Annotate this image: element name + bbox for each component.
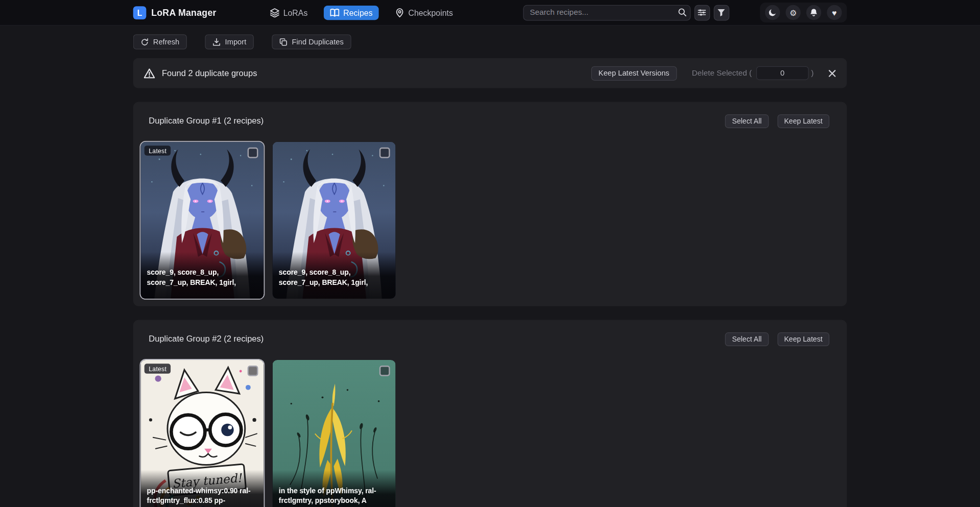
latest-badge: Latest	[145, 146, 171, 156]
warning-icon	[144, 68, 155, 79]
tab-checkpoints[interactable]: Checkpoints	[389, 5, 459, 19]
find-duplicates-button[interactable]: Find Duplicates	[272, 34, 351, 49]
quick-actions: ⚙ ♥	[760, 3, 847, 22]
refresh-icon	[140, 38, 149, 46]
recipe-card[interactable]: Stay tuned! Latest pp-enchan	[140, 360, 264, 507]
app-title: LoRA Manager	[151, 8, 217, 18]
close-icon	[828, 69, 836, 77]
select-all-button[interactable]: Select All	[725, 114, 769, 128]
search-bar	[523, 5, 690, 20]
tab-recipes[interactable]: Recipes	[324, 5, 379, 19]
gear-icon: ⚙	[790, 9, 797, 17]
navbar: L LoRA Manager LoRAs	[0, 0, 980, 26]
filter-funnel-icon	[717, 8, 726, 17]
delete-selected-label-suffix: )	[811, 69, 814, 78]
banner-message: Found 2 duplicate groups	[162, 68, 257, 78]
recipe-caption: in the style of ppWhimsy, ral-frctlgmtry…	[273, 470, 396, 507]
app-logo-letter: L	[137, 8, 142, 17]
tab-label: Recipes	[343, 8, 372, 17]
recipe-select-checkbox[interactable]	[248, 148, 258, 158]
search-icon	[677, 7, 686, 16]
sort-options-button[interactable]	[694, 5, 710, 20]
brand: L LoRA Manager	[133, 6, 217, 19]
recipe-card[interactable]: Latest score_9, score_8_up, score_7_up, …	[140, 142, 264, 299]
group-title: Duplicate Group #2 (2 recipes)	[149, 334, 264, 344]
moon-icon	[768, 8, 777, 17]
map-pin-icon	[395, 8, 404, 17]
group-title: Duplicate Group #1 (2 recipes)	[149, 116, 264, 126]
keep-latest-button[interactable]: Keep Latest	[777, 332, 829, 346]
app-logo[interactable]: L	[133, 6, 147, 19]
refresh-label: Refresh	[153, 37, 179, 46]
filter-button[interactable]	[713, 5, 729, 20]
group-header: Duplicate Group #2 (2 recipes) Select Al…	[140, 330, 839, 347]
keep-latest-versions-button[interactable]: Keep Latest Versions	[591, 66, 677, 80]
duplicates-banner: Found 2 duplicate groups Keep Latest Ver…	[133, 58, 847, 88]
theme-toggle-button[interactable]	[765, 5, 780, 20]
delete-count-input[interactable]	[756, 66, 809, 80]
duplicate-group-panel-2: Duplicate Group #2 (2 recipes) Select Al…	[133, 320, 847, 507]
select-all-button[interactable]: Select All	[725, 332, 769, 346]
recipe-select-checkbox[interactable]	[379, 366, 390, 376]
refresh-button[interactable]: Refresh	[133, 34, 187, 49]
search-button[interactable]	[677, 7, 686, 18]
recipe-select-checkbox[interactable]	[248, 366, 258, 376]
find-duplicates-label: Find Duplicates	[292, 37, 344, 46]
book-icon	[330, 8, 339, 17]
import-button[interactable]: Import	[205, 34, 253, 49]
recipe-caption: pp-enchanted-whimsy:0.90 ral-frctlgmtry_…	[140, 470, 264, 507]
tab-label: LoRAs	[283, 8, 308, 17]
recipe-card[interactable]: score_9, score_8_up, score_7_up, BREAK, …	[273, 142, 396, 299]
copy-icon	[279, 38, 288, 46]
notifications-button[interactable]	[806, 5, 821, 20]
keep-latest-button[interactable]: Keep Latest	[777, 114, 829, 128]
tab-label: Checkpoints	[408, 8, 453, 17]
import-label: Import	[225, 37, 247, 46]
recipe-caption: score_9, score_8_up, score_7_up, BREAK, …	[273, 252, 396, 299]
recipe-cards-row: Stay tuned! Latest pp-enchan	[140, 360, 839, 507]
nav-tabs: LoRAs Recipes Checkpoints	[264, 5, 460, 19]
bell-icon	[809, 8, 818, 17]
settings-button[interactable]: ⚙	[785, 5, 800, 20]
banner-close-button[interactable]	[828, 69, 836, 77]
toolbar: Refresh Import Find Duplicates	[133, 34, 847, 49]
heart-icon: ♥	[832, 9, 836, 17]
layers-icon	[270, 8, 279, 17]
app-root: L LoRA Manager LoRAs	[0, 0, 980, 507]
group-header: Duplicate Group #1 (2 recipes) Select Al…	[140, 112, 839, 129]
recipe-caption: score_9, score_8_up, score_7_up, BREAK, …	[140, 252, 264, 299]
recipe-select-checkbox[interactable]	[379, 148, 390, 158]
tab-loras[interactable]: LoRAs	[264, 5, 314, 19]
import-icon	[212, 38, 221, 46]
sliders-icon	[698, 8, 706, 17]
delete-selected-label: Delete Selected (	[692, 69, 752, 78]
recipe-cards-row: Latest score_9, score_8_up, score_7_up, …	[140, 142, 839, 299]
duplicate-group-panel-1: Duplicate Group #1 (2 recipes) Select Al…	[133, 102, 847, 306]
main-content: Refresh Import Find Duplicates	[133, 34, 847, 507]
search-input[interactable]	[523, 5, 690, 20]
latest-badge: Latest	[145, 364, 171, 374]
support-button[interactable]: ♥	[827, 5, 842, 20]
recipe-card[interactable]: in the style of ppWhimsy, ral-frctlgmtry…	[273, 360, 396, 507]
